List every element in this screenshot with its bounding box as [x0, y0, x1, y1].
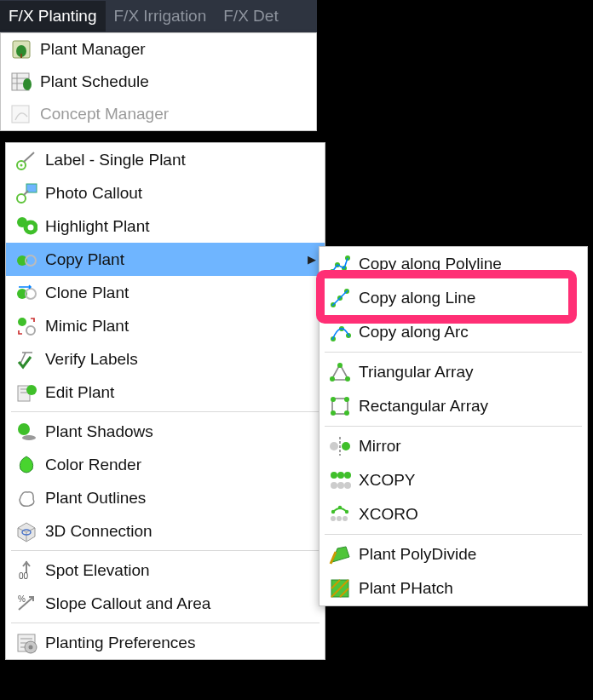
label-single-icon [11, 149, 42, 171]
verify-labels-icon [11, 348, 42, 370]
polydivide-icon [325, 543, 355, 565]
menu-item-copy-along-polyline[interactable]: Copy along Polyline [320, 247, 587, 281]
menu-item-highlight-plant[interactable]: Highlight Plant [6, 209, 325, 243]
phatch-icon [325, 577, 355, 600]
menu-item-copy-along-arc[interactable]: Copy along Arc [320, 315, 587, 349]
menu-item-photo-callout[interactable]: Photo Callout [6, 176, 325, 209]
menu-item-label: Copy along Line [355, 289, 582, 307]
menu-separator [11, 411, 320, 412]
plant-manager-icon [6, 38, 37, 60]
edit-plant-icon [11, 382, 42, 404]
plant-schedule-icon [6, 71, 37, 93]
menu-item-planting-preferences[interactable]: Planting Preferences [6, 626, 325, 659]
menu-item-label: Copy Plant [42, 250, 304, 269]
menu-item-rectangular-array[interactable]: Rectangular Array [320, 389, 587, 423]
dropdown-main: Label - Single PlantPhoto CalloutHighlig… [5, 142, 325, 660]
menubar-item-irrigation[interactable]: F/X Irrigation [106, 1, 216, 32]
rect-array-icon [325, 395, 355, 417]
menu-item-label: Mirror [355, 437, 582, 456]
menu-separator [325, 534, 582, 535]
mimic-plant-icon [11, 315, 42, 337]
menu-item-clone-plant[interactable]: Clone Plant [6, 276, 325, 309]
dropdown-upper: Plant Manager Plant Schedule Concept Man… [0, 32, 317, 131]
copy-plant-icon [11, 249, 42, 271]
menu-item-color-render[interactable]: Color Render [6, 448, 325, 481]
menu-item-label: Plant Shadows [42, 422, 320, 441]
plant-shadows-icon [11, 421, 42, 443]
menu-item-label: Plant PolyDivide [355, 545, 582, 564]
menu-separator [11, 550, 320, 551]
menu-separator [325, 426, 582, 427]
menu-item-label: Plant PHatch [355, 579, 582, 598]
menu-item-mimic-plant[interactable]: Mimic Plant [6, 309, 325, 342]
menubar: F/X Planting F/X Irrigation F/X Det [0, 0, 317, 32]
menu-item-label: Concept Manager [37, 105, 311, 123]
menu-item-label-single-plant[interactable]: Label - Single Plant [6, 143, 325, 176]
menu-item-edit-plant[interactable]: Edit Plant [6, 376, 325, 409]
menu-item-label: 3D Connection [42, 522, 320, 541]
color-render-icon [11, 454, 42, 476]
menubar-item-det[interactable]: F/X Det [215, 1, 286, 32]
menu-separator [325, 352, 582, 353]
menu-item-xcopy[interactable]: XCOPY [320, 463, 587, 497]
menu-item-slope-callout-and-area[interactable]: Slope Callout and Area [6, 587, 325, 620]
menu-item-label: XCORO [355, 505, 582, 524]
menu-item-verify-labels[interactable]: Verify Labels [6, 342, 325, 376]
menu-item-label: Plant Manager [37, 40, 311, 59]
menu-item-spot-elevation[interactable]: Spot Elevation [6, 554, 325, 587]
photo-callout-icon [11, 182, 42, 204]
menu-concept-manager[interactable]: Concept Manager [1, 98, 316, 130]
menu-item-label: Photo Callout [42, 184, 320, 203]
menu-item-label: Highlight Plant [42, 217, 320, 236]
slope-callout-icon [11, 593, 42, 615]
menu-item-label: Copy along Arc [355, 323, 582, 341]
plant-outlines-icon [11, 487, 42, 509]
planting-prefs-icon [11, 632, 42, 654]
menu-item-label: Color Render [42, 456, 320, 474]
menu-item-triangular-array[interactable]: Triangular Array [320, 355, 587, 389]
submenu-copy-plant: Copy along PolylineCopy along LineCopy a… [319, 246, 588, 606]
clone-plant-icon [11, 282, 42, 304]
menu-item-plant-outlines[interactable]: Plant Outlines [6, 481, 325, 514]
tri-array-icon [325, 361, 355, 383]
menu-item-label: Mimic Plant [42, 317, 320, 336]
menu-item-label: Planting Preferences [42, 634, 320, 652]
menu-item-xcoro[interactable]: XCORO [320, 497, 587, 531]
menu-item-label: Plant Schedule [37, 72, 311, 91]
menu-item-mirror[interactable]: Mirror [320, 429, 587, 463]
concept-manager-icon [6, 103, 37, 125]
connection-3d-icon [11, 520, 42, 542]
menu-item-label: Slope Callout and Area [42, 594, 320, 613]
copy-polyline-icon [325, 253, 355, 275]
menu-item-label: XCOPY [355, 471, 582, 490]
menu-item-copy-along-line[interactable]: Copy along Line [320, 281, 587, 315]
menu-item-label: Rectangular Array [355, 397, 582, 416]
menu-item-label: Clone Plant [42, 284, 320, 302]
menu-item-3d-connection[interactable]: 3D Connection [6, 514, 325, 548]
menu-item-plant-shadows[interactable]: Plant Shadows [6, 415, 325, 448]
menu-item-plant-phatch[interactable]: Plant PHatch [320, 571, 587, 605]
xcoro-icon [325, 503, 355, 525]
menubar-item-planting[interactable]: F/X Planting [0, 1, 106, 32]
menu-item-label: Plant Outlines [42, 489, 320, 508]
chevron-right-icon: ▶ [304, 253, 320, 266]
menu-item-label: Label - Single Plant [42, 151, 320, 169]
menu-item-label: Verify Labels [42, 350, 320, 369]
menu-separator [11, 623, 320, 623]
highlight-plant-icon [11, 215, 42, 238]
menu-plant-schedule[interactable]: Plant Schedule [1, 66, 316, 98]
copy-arc-icon [325, 321, 355, 343]
menu-item-copy-plant[interactable]: Copy Plant▶ [6, 243, 325, 276]
menu-item-label: Copy along Polyline [355, 255, 582, 273]
menu-item-label: Edit Plant [42, 383, 320, 402]
menu-item-plant-polydivide[interactable]: Plant PolyDivide [320, 537, 587, 571]
menu-item-label: Spot Elevation [42, 561, 320, 580]
menu-plant-manager[interactable]: Plant Manager [1, 33, 316, 66]
mirror-icon [325, 435, 355, 457]
copy-line-icon [325, 287, 355, 309]
spot-elevation-icon [11, 559, 42, 582]
menu-item-label: Triangular Array [355, 363, 582, 382]
xcopy-icon [325, 469, 355, 491]
